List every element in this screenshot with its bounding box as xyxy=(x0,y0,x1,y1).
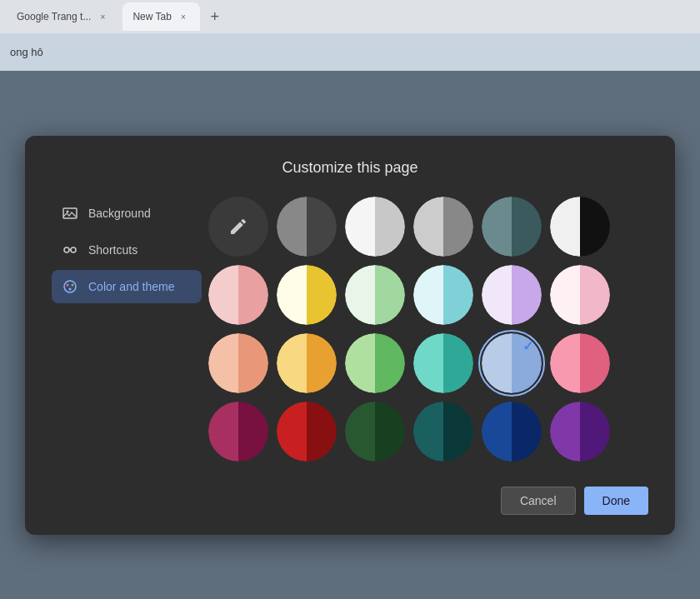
browser-chrome: Google Trang t... × New Tab × + xyxy=(0,0,700,33)
page-background: Customize this page Background xyxy=(0,71,700,599)
swatch-teal-dark[interactable] xyxy=(482,197,542,257)
svg-point-2 xyxy=(64,247,69,252)
swatch-pink-pale[interactable] xyxy=(550,265,610,325)
tab-newtab-close[interactable]: × xyxy=(177,10,190,23)
tab-newtab[interactable]: New Tab × xyxy=(122,2,199,31)
svg-point-6 xyxy=(67,283,69,286)
swatch-cyan-light[interactable] xyxy=(413,265,473,325)
address-bar: ong hô xyxy=(0,33,700,71)
tab-google-label: Google Trang t... xyxy=(17,11,91,22)
selected-checkmark: ✓ xyxy=(522,338,533,354)
shortcuts-icon xyxy=(62,242,78,258)
cancel-button[interactable]: Cancel xyxy=(501,487,576,515)
sidebar-color-theme-label: Color and theme xyxy=(88,280,175,293)
sidebar-shortcuts-label: Shortcuts xyxy=(88,243,138,257)
swatch-red[interactable] xyxy=(277,402,337,462)
new-tab-button[interactable]: + xyxy=(203,5,227,28)
svg-point-3 xyxy=(71,247,76,252)
sidebar-item-shortcuts[interactable]: Shortcuts xyxy=(52,233,202,267)
swatch-black-white[interactable] xyxy=(550,197,610,257)
color-row-1 xyxy=(208,197,642,257)
tab-google[interactable]: Google Trang t... × xyxy=(7,2,119,31)
sidebar-item-background[interactable]: Background xyxy=(52,197,202,230)
swatch-salmon[interactable] xyxy=(208,333,268,393)
swatch-blue-light-selected[interactable]: ✓ xyxy=(482,333,542,393)
swatch-pink-light[interactable] xyxy=(208,265,268,325)
swatch-yellow-white[interactable] xyxy=(277,265,337,325)
color-row-3: ✓ xyxy=(208,333,642,393)
swatch-teal-mid[interactable] xyxy=(413,333,473,393)
background-icon xyxy=(62,205,78,222)
done-button[interactable]: Done xyxy=(584,487,648,515)
color-row-2 xyxy=(208,265,642,325)
swatch-green-light[interactable] xyxy=(345,265,405,325)
svg-point-1 xyxy=(67,210,69,212)
swatch-crimson[interactable] xyxy=(208,402,268,462)
custom-color-picker[interactable] xyxy=(208,197,268,257)
dialog-footer: Cancel Done xyxy=(52,487,648,515)
color-row-4 xyxy=(208,402,642,462)
color-theme-icon xyxy=(62,278,78,295)
svg-rect-0 xyxy=(63,208,77,218)
tab-google-close[interactable]: × xyxy=(96,10,109,23)
color-grid-area: ✓ xyxy=(202,197,648,470)
swatch-gray-dark[interactable] xyxy=(277,197,337,257)
tab-newtab-label: New Tab xyxy=(132,11,171,22)
swatch-hot-pink[interactable] xyxy=(550,333,610,393)
sidebar-item-color-theme[interactable]: Color and theme xyxy=(52,270,202,303)
swatch-white-light[interactable] xyxy=(345,197,405,257)
dialog-body: Background Shortcuts xyxy=(52,197,648,470)
swatch-purple-light[interactable] xyxy=(482,265,542,325)
swatch-gray-mid[interactable] xyxy=(413,197,473,257)
svg-point-7 xyxy=(72,283,74,286)
sidebar: Background Shortcuts xyxy=(52,197,202,470)
svg-point-5 xyxy=(64,281,76,292)
svg-point-8 xyxy=(69,287,72,290)
dialog-title: Customize this page xyxy=(52,159,648,177)
customize-dialog: Customize this page Background xyxy=(25,136,675,535)
sidebar-background-label: Background xyxy=(88,207,151,220)
swatch-purple[interactable] xyxy=(550,402,610,462)
address-bar-text: ong hô xyxy=(10,46,43,58)
swatch-navy[interactable] xyxy=(482,402,542,462)
swatch-dark-green[interactable] xyxy=(345,402,405,462)
swatch-orange[interactable] xyxy=(277,333,337,393)
dialog-overlay: Customize this page Background xyxy=(0,71,700,599)
swatch-dark-teal[interactable] xyxy=(413,402,473,462)
swatch-green-mid[interactable] xyxy=(345,333,405,393)
